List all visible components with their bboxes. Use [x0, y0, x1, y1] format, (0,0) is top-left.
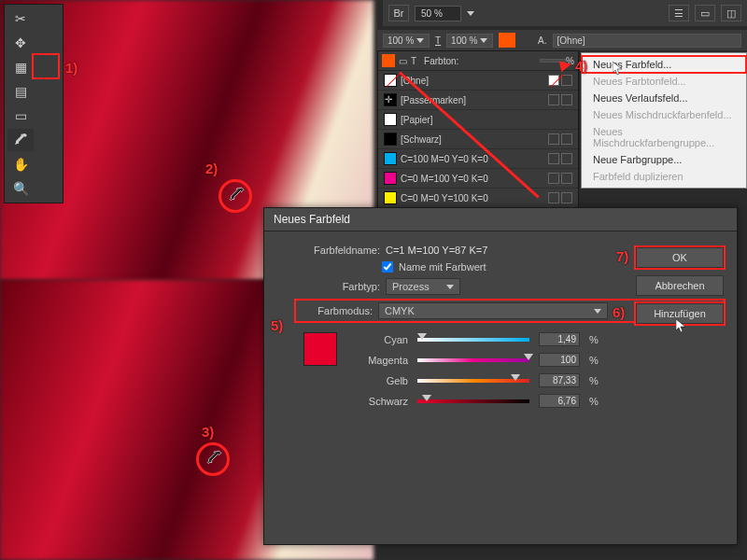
- black-value[interactable]: 6,76: [539, 394, 580, 408]
- cursor-arrow-icon: [613, 62, 624, 77]
- paper-chip: [384, 113, 397, 126]
- yellow-slider[interactable]: [417, 376, 529, 385]
- new-swatch-dialog: Neues Farbfeld Farbfeldname: C=1 M=100 Y…: [263, 207, 738, 545]
- anno-1: 1): [65, 60, 78, 76]
- swatch-row[interactable]: [Schwarz]: [378, 130, 578, 149]
- cursor-arrow-icon: [676, 319, 687, 334]
- menu-new-swatch[interactable]: Neues Farbfeld...: [582, 56, 746, 73]
- black-slider[interactable]: [417, 397, 529, 406]
- magenta-label: Magenta: [348, 355, 408, 366]
- menu-new-mixedink: Neues Mischdruckfarbenfeld...: [582, 106, 746, 123]
- swatchname-value: C=1 M=100 Y=87 K=7: [386, 245, 487, 256]
- hand-tool[interactable]: ✋: [7, 153, 34, 175]
- anno-box-1: [32, 53, 60, 79]
- screen-mode-icon[interactable]: ▭: [695, 5, 715, 21]
- menu-new-mixedink-group: Neues Mischdruckfarbengruppe...: [582, 123, 746, 151]
- swatch-row[interactable]: C=0 M=100 Y=0 K=0: [378, 169, 578, 189]
- control-bar: Br 50 % ☰ ▭ ◫: [383, 0, 747, 26]
- registration-chip: ✛: [384, 93, 397, 106]
- text-tool-icon: T: [435, 35, 441, 46]
- horiz-scale[interactable]: 100 %: [383, 34, 430, 48]
- name-with-color-label: Name mit Farbwert: [399, 261, 486, 273]
- swatches-panel: ▭ T Farbton: % [Ohne] ✛ [Passermarken] […: [377, 50, 579, 209]
- gradient-tool[interactable]: ▤: [7, 80, 34, 103]
- charstyle-field[interactable]: [Ohne]: [553, 34, 741, 48]
- swatch-row[interactable]: ✛ [Passermarken]: [378, 91, 578, 110]
- yellow-label: Gelb: [348, 375, 408, 386]
- name-with-color-checkbox[interactable]: [382, 261, 393, 273]
- swatch-row[interactable]: [Papier]: [378, 110, 578, 130]
- menu-new-colorgroup[interactable]: Neue Farbgruppe...: [582, 151, 746, 168]
- colortype-select[interactable]: Prozess: [386, 278, 460, 295]
- color-preview: [303, 332, 337, 366]
- none-swatch-chip: [384, 74, 397, 87]
- cyan-label: Cyan: [348, 334, 408, 345]
- anno-arrowhead: [559, 59, 572, 72]
- cyan-slider[interactable]: [417, 335, 529, 344]
- scissors-tool[interactable]: ✂: [7, 7, 34, 30]
- dialog-title: Neues Farbfeld: [264, 208, 737, 231]
- cyan-chip: [384, 152, 397, 165]
- zoom-tool[interactable]: 🔍: [7, 177, 34, 200]
- fill-icon[interactable]: [382, 54, 395, 67]
- magenta-value[interactable]: 100: [539, 353, 580, 367]
- swatches-flyout-menu: Neues Farbfeld... Neues Farbtonfeld... N…: [581, 52, 747, 189]
- free-transform-tool[interactable]: ✥: [7, 32, 34, 54]
- yellow-chip: [384, 191, 397, 204]
- swatch-row[interactable]: C=0 M=0 Y=100 K=0: [378, 189, 578, 208]
- swatch-row[interactable]: C=100 M=0 Y=0 K=0: [378, 149, 578, 169]
- magenta-chip: [384, 172, 397, 185]
- vert-scale[interactable]: 100 %: [446, 34, 493, 48]
- black-chip: [384, 133, 397, 146]
- anno-6: 6): [613, 304, 625, 320]
- gradient-swatch-tool[interactable]: ▦: [7, 56, 34, 78]
- cyan-value[interactable]: 1,49: [539, 332, 580, 346]
- menu-new-gradient[interactable]: Neues Verlaufsfeld...: [582, 90, 746, 106]
- menu-duplicate-swatch: Farbfeld duplizieren: [582, 168, 746, 185]
- anno-4: 4): [575, 58, 587, 74]
- colormode-select[interactable]: CMYK: [378, 302, 608, 319]
- anno-5: 5): [271, 317, 283, 333]
- black-label: Schwarz: [348, 396, 408, 407]
- view-options-icon[interactable]: ☰: [669, 5, 689, 21]
- anno-3: 3): [202, 424, 214, 440]
- character-bar: 100 % T 100 % A. [Ohne]: [377, 30, 747, 50]
- magenta-slider[interactable]: [417, 356, 529, 365]
- anno-2: 2): [205, 161, 218, 176]
- arrange-icon[interactable]: ◫: [721, 5, 741, 21]
- eyedropper-tool[interactable]: [7, 129, 34, 151]
- colortype-label: Farbtyp:: [318, 281, 380, 292]
- fill-proxy[interactable]: [499, 33, 515, 48]
- cancel-button[interactable]: Abbrechen: [636, 275, 724, 296]
- tint-label: Farbton:: [416, 56, 540, 66]
- colormode-label: Farbmodus:: [300, 305, 373, 316]
- zoom-field[interactable]: 50 %: [415, 6, 461, 21]
- anno-7: 7): [616, 248, 628, 264]
- bridge-button[interactable]: Br: [388, 5, 409, 21]
- note-tool[interactable]: ▭: [7, 105, 34, 127]
- swatchname-label: Farbfeldname:: [296, 245, 380, 256]
- yellow-value[interactable]: 87,33: [539, 373, 580, 387]
- tool-panel: ✂ ✥ ▦ ▤ ▭ ✋ 🔍: [4, 4, 63, 203]
- ok-button[interactable]: OK: [636, 247, 724, 268]
- menu-new-tint: Neues Farbtonfeld...: [582, 73, 746, 90]
